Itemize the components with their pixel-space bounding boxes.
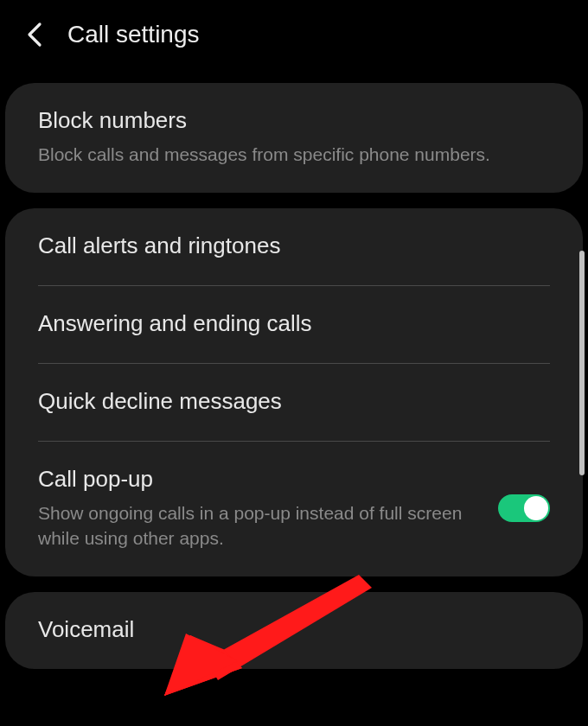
item-block-numbers[interactable]: Block numbers Block calls and messages f… (5, 83, 583, 193)
item-answering-ending[interactable]: Answering and ending calls (5, 286, 583, 363)
item-call-alerts[interactable]: Call alerts and ringtones (5, 208, 583, 285)
page-title: Call settings (67, 21, 200, 48)
item-call-alerts-title: Call alerts and ringtones (38, 232, 550, 259)
settings-card-voicemail: Voicemail (5, 592, 583, 669)
item-quick-decline-title: Quick decline messages (38, 388, 550, 415)
toggle-thumb (524, 496, 548, 520)
item-call-popup-subtitle: Show ongoing calls in a pop-up instead o… (38, 501, 484, 551)
settings-card-block: Block numbers Block calls and messages f… (5, 83, 583, 193)
item-call-popup-title: Call pop-up (38, 466, 484, 493)
back-icon[interactable] (26, 21, 43, 48)
header-bar: Call settings (0, 0, 588, 74)
item-voicemail-title: Voicemail (38, 616, 550, 643)
scrollbar[interactable] (579, 251, 585, 475)
item-answering-ending-title: Answering and ending calls (38, 310, 550, 337)
item-block-numbers-title: Block numbers (38, 107, 550, 134)
item-block-numbers-subtitle: Block calls and messages from specific p… (38, 143, 550, 167)
call-popup-toggle[interactable] (498, 494, 550, 522)
item-quick-decline[interactable]: Quick decline messages (5, 364, 583, 441)
settings-card-calls: Call alerts and ringtones Answering and … (5, 208, 583, 576)
item-voicemail[interactable]: Voicemail (5, 592, 583, 669)
item-call-popup[interactable]: Call pop-up Show ongoing calls in a pop-… (5, 442, 583, 576)
